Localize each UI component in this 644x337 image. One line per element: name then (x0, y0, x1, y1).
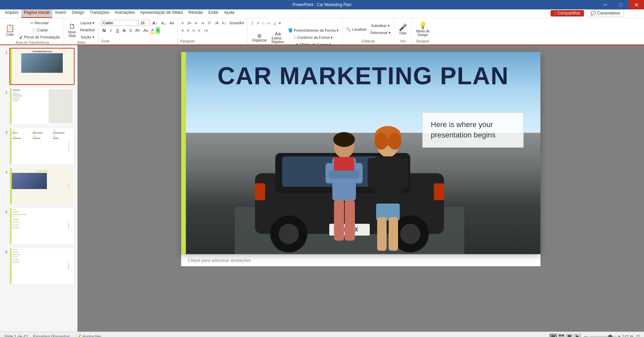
title-bar: PowerPoint - Car Marketing Plan ─ □ ✕ (0, 0, 644, 9)
font-size-input[interactable] (139, 20, 150, 26)
notes-bar[interactable]: Clique para adicionar anotações (181, 254, 540, 266)
comments-button[interactable]: 💬 Comentários (587, 10, 624, 17)
bold-button[interactable]: N (101, 27, 107, 34)
share-label: Compartilhar (557, 11, 581, 16)
bullets-button[interactable]: ≡ (180, 20, 185, 26)
slide-thumb-1[interactable]: 1 CAR MARKETING PLAN (3, 48, 75, 85)
fit-slide-button[interactable]: ⊡ (636, 334, 640, 337)
normal-view-button[interactable] (550, 334, 557, 337)
close-button[interactable]: ✕ (628, 0, 644, 9)
find-button[interactable]: 🔍 Localizar (345, 26, 368, 33)
menu-design[interactable]: Design (69, 9, 87, 18)
reading-view-button[interactable] (566, 334, 573, 337)
highlight-button[interactable]: A (156, 27, 160, 34)
slide-thumb-4[interactable]: 4 MERCURY ABOUT US (3, 167, 75, 205)
maximize-button[interactable]: □ (613, 0, 628, 9)
menu-pagina-inicial[interactable]: Página Inicial (21, 9, 53, 18)
align-left-button[interactable]: ≡ (180, 27, 185, 34)
quick-styles-button[interactable]: Aa EstilosRápidos (270, 31, 286, 44)
decrease-font-button[interactable]: A↓ (160, 20, 167, 26)
new-slide-button[interactable]: 🗋 NovoSlide (66, 21, 78, 39)
minimize-button[interactable]: ─ (597, 0, 613, 9)
slide-text-box[interactable]: Here is where your presentation begins (422, 113, 524, 148)
slide-sorter-button[interactable] (558, 334, 565, 337)
layout-button[interactable]: Layout ▾ (79, 20, 96, 26)
share-button[interactable]: ↑ Compartilhar (551, 10, 584, 17)
increase-font-button[interactable]: A↑ (151, 20, 159, 26)
shadow-button[interactable]: S (128, 27, 133, 34)
shape-round[interactable]: ▭ (266, 20, 272, 26)
app-title: PowerPoint - Car Marketing Plan (292, 2, 352, 7)
slide-preview-2[interactable]: CONTENTS 01 About Us 02 Market Analysis … (9, 88, 75, 125)
menu-apresentacao[interactable]: Apresentação de Slides (138, 9, 186, 18)
clipboard-label: Área de Transferência (16, 41, 49, 44)
shape-1[interactable]: ╱ (250, 20, 255, 26)
menu-transicoes[interactable]: Transições (87, 9, 112, 18)
design-ideas-button[interactable]: 💡 Ideias deDesign (414, 20, 432, 38)
slideshow-button[interactable] (574, 334, 581, 337)
font-case-button[interactable]: Aa (142, 27, 149, 34)
cut-button[interactable]: ✂ Recortar (18, 20, 61, 26)
effects-button[interactable]: ✦ Efeitos de Forma ▾ (287, 41, 340, 45)
underline-button[interactable]: S (114, 27, 120, 34)
shape-2[interactable]: ↗ (255, 20, 260, 26)
shape-rect[interactable]: □ (261, 20, 265, 26)
dictate-button[interactable]: 🎤 Ditar (397, 20, 409, 38)
indent-right-button[interactable]: ⇒ (200, 20, 205, 26)
zoom-slider[interactable] (589, 336, 616, 337)
shape-tri[interactable]: △ (272, 20, 277, 26)
reset-button[interactable]: Redefinir (79, 27, 96, 33)
align-justify-button[interactable]: ≡ (197, 27, 201, 34)
smartart-button[interactable]: SmartArt (228, 20, 245, 26)
shape-more[interactable]: ▾ (278, 20, 282, 26)
slide-thumb-5[interactable]: 5 OTHER 2005 Recomendação para o mercado… (3, 207, 75, 244)
menu-exibir[interactable]: Exibir (206, 9, 221, 18)
slide-count: Slide 1 de 42 (4, 334, 28, 337)
strikethrough-button[interactable]: S̶ (121, 27, 127, 34)
menu-revisao[interactable]: Revisão (186, 9, 205, 18)
ribbon-group-paragraph: ≡ 1≡ ⇐ ⇒ ⌇⌇ ↕A ≡↕ SmartArt ≡ ≡ ≡ ≡ ↕≡ Pa… (178, 19, 248, 44)
slide-thumb-3[interactable]: 3 01 ABOUT US text 02 MARKET (3, 128, 75, 165)
align-text-button[interactable]: ≡↕ (221, 20, 227, 26)
columns-button[interactable]: ⌇⌇ (206, 20, 212, 26)
select-button[interactable]: Selecionar ▾ (369, 30, 392, 36)
font-name-input[interactable] (101, 20, 138, 26)
notes-toggle[interactable]: 📝 Anotações (75, 334, 102, 337)
arrange-button[interactable]: ⊞ Organizar (250, 31, 269, 44)
zoom-level: 142 % (622, 334, 634, 337)
slide-preview-3[interactable]: 01 ABOUT US text 02 MARKET STRATEGY text… (9, 128, 75, 165)
menu-arquivo[interactable]: Arquivo (2, 9, 21, 18)
indent-left-button[interactable]: ⇐ (193, 20, 199, 26)
replace-button[interactable]: Substituir ▾ (369, 23, 392, 29)
italic-button[interactable]: I (108, 27, 114, 34)
status-bar: Slide 1 de 42 Espanhol (Espanha) 📝 Anota… (0, 332, 644, 337)
format-painter-button[interactable]: 🖌 Pincel de Formatação (18, 34, 61, 40)
slide-preview-6[interactable]: CURRENT 2012 Texto breve aqui ANOTHER 20… (9, 247, 75, 284)
paste-button[interactable]: 📋 Colar (3, 21, 17, 39)
svg-point-24 (374, 133, 388, 150)
slide-preview-1[interactable]: CAR MARKETING PLAN (9, 48, 75, 85)
slide-thumb-6[interactable]: 6 CURRENT 2012 Texto breve aqui ANOTHER … (3, 247, 75, 284)
align-center-button[interactable]: ≡ (186, 27, 190, 34)
menu-ajuda[interactable]: Ajuda (221, 9, 237, 18)
numbering-button[interactable]: 1≡ (186, 20, 193, 26)
zoom-out-button[interactable]: ─ (584, 334, 588, 337)
font-color-button[interactable]: A (150, 27, 155, 34)
section-button[interactable]: Seção ▾ (79, 34, 96, 40)
outline-button[interactable]: □ Contorno da Forma ▾ (287, 34, 340, 41)
clear-font-button[interactable]: Aa (168, 20, 175, 26)
menu-inserir[interactable]: Inserir (52, 9, 69, 18)
slide-title[interactable]: CAR MARKETING PLAN (186, 62, 540, 90)
menu-animacoes[interactable]: Animações (112, 9, 137, 18)
svg-rect-28 (399, 158, 408, 188)
align-right-button[interactable]: ≡ (191, 27, 196, 34)
zoom-in-button[interactable]: + (618, 334, 621, 337)
spacing-button[interactable]: AV (134, 27, 141, 34)
slide-preview-4[interactable]: MERCURY ABOUT US (9, 167, 75, 205)
slide-preview-5[interactable]: OTHER 2005 Recomendação para o mercado P… (9, 207, 75, 244)
copy-button[interactable]: 📄 Copiar (18, 27, 61, 33)
text-direction-button[interactable]: ↕A (213, 20, 220, 26)
slide-thumb-2[interactable]: 2 CONTENTS 01 About Us 02 Market Analysi… (3, 88, 75, 125)
fill-button[interactable]: 🪣 Preenchimento de Forma ▾ (287, 27, 340, 34)
line-spacing-button[interactable]: ↕≡ (202, 27, 209, 34)
